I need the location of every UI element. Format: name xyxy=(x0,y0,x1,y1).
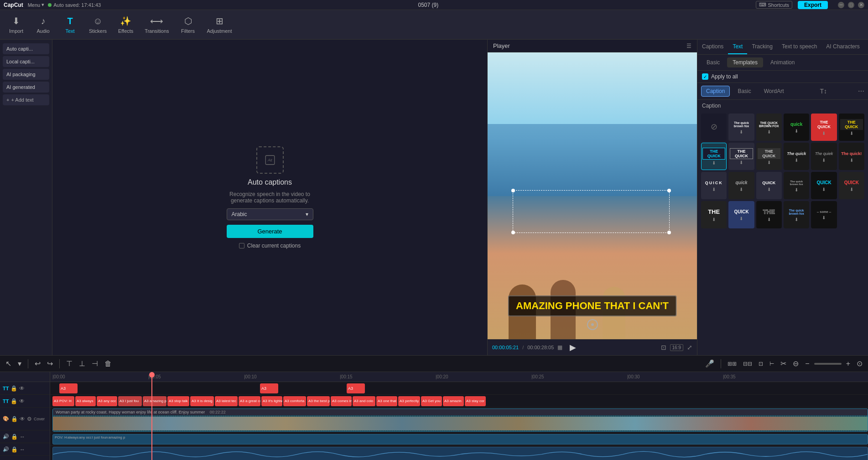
caption-item-7[interactable]: THE QUICK ⬇ xyxy=(728,143,754,170)
text-format-icon[interactable]: T↕ xyxy=(820,88,827,95)
clip-t2-10[interactable]: A3 It's lightw xyxy=(261,396,282,406)
tl-tool-3[interactable]: ⊡ xyxy=(757,360,765,368)
clip-t2-4[interactable]: A3 I just fou xyxy=(118,396,142,406)
caption-item-12[interactable]: QUICK ⬇ xyxy=(701,172,727,199)
clip-t2-19[interactable]: A3 stay cor xyxy=(465,396,486,406)
shortcuts-button[interactable]: ⌨ Shortcuts xyxy=(756,1,792,9)
toolbar-adjustment[interactable]: ⊞ Adjustment xyxy=(203,14,237,36)
caption-item-8[interactable]: THE QUICK ⬇ xyxy=(756,143,782,170)
caption-item-6[interactable]: THE QUICK ⬇ xyxy=(701,143,727,170)
cursor-tool[interactable]: ↖ xyxy=(4,358,13,369)
clear-captions-checkbox[interactable] xyxy=(239,243,244,248)
tab-captions[interactable]: Captions xyxy=(697,40,728,54)
zoom-slider[interactable] xyxy=(814,363,842,365)
clip-t2-3[interactable]: A3 any occ xyxy=(97,396,117,406)
expand-icon-4[interactable]: ↔ xyxy=(20,434,25,440)
caption-item-5[interactable]: THE QUICK ⬇ xyxy=(839,114,864,141)
subtab-basic[interactable]: Basic xyxy=(701,57,725,67)
caption-item-13[interactable]: quick ⬇ xyxy=(728,172,754,199)
timeline-ruler[interactable]: |00:00 |00:05 |00:10 |00:15 |00:20 |00:2… xyxy=(50,372,868,382)
tl-tool-2[interactable]: ⊟⊟ xyxy=(741,360,754,368)
delete-tool[interactable]: 🗑 xyxy=(103,359,114,369)
undo-button[interactable]: ↩ xyxy=(33,358,42,369)
zoom-plus[interactable]: + xyxy=(844,359,852,369)
caption-item-9[interactable]: The quick ⬇ xyxy=(784,143,809,170)
lock-icon-3[interactable]: 🔒 xyxy=(11,416,18,422)
split-top[interactable]: ⊤ xyxy=(64,358,74,369)
lock-icon-2[interactable]: 🔒 xyxy=(10,398,17,404)
expand-icon-5[interactable]: ↔ xyxy=(20,446,25,453)
lock-icon-1[interactable]: 🔒 xyxy=(10,385,17,392)
clip-t1-2[interactable]: A3 xyxy=(260,383,278,393)
tl-tool-5[interactable]: ✂ xyxy=(779,358,788,369)
caption-item-3[interactable]: quick ⬇ xyxy=(784,114,809,141)
handle-tl[interactable] xyxy=(511,189,515,192)
split-mid[interactable]: ⊥ xyxy=(77,358,87,369)
clip-t2-8[interactable]: A3 latest tec xyxy=(215,396,238,406)
caption-item-10[interactable]: The quiek ⬇ xyxy=(811,143,837,170)
tl-tool-6[interactable]: ⊖ xyxy=(791,358,800,369)
ai-generated-button[interactable]: AI generated xyxy=(3,82,49,93)
subtab-templates[interactable]: Templates xyxy=(727,57,763,67)
play-button[interactable]: ▶ xyxy=(570,342,576,352)
redo-button[interactable]: ↪ xyxy=(45,358,55,369)
clip-t2-14[interactable]: A3 and colo xyxy=(353,396,375,406)
tab-text[interactable]: Text xyxy=(728,40,747,54)
clip-t2-1[interactable]: A3 POV: H xyxy=(52,396,74,406)
caption-selection-box[interactable] xyxy=(513,190,670,233)
clip-t2-6[interactable]: A3 stop talk xyxy=(167,396,189,406)
caption-item-19[interactable]: QUICK ⬇ xyxy=(728,201,754,228)
aspect-ratio-badge[interactable]: 16:9 xyxy=(670,344,683,351)
toolbar-import[interactable]: ⬇ Import xyxy=(4,14,29,36)
tl-tool-4[interactable]: ⊢ xyxy=(768,360,776,368)
toolbar-audio[interactable]: ♪ Audio xyxy=(31,14,56,36)
lock-icon-5[interactable]: 🔒 xyxy=(11,446,18,453)
toolbar-filters[interactable]: ⬡ Filters xyxy=(176,14,201,36)
clip-t2-5[interactable]: A3 amazing p xyxy=(143,396,166,406)
subtab-animation[interactable]: Animation xyxy=(765,57,800,67)
caption-item-15[interactable]: The quick brown fox ⬇ xyxy=(784,172,809,199)
lock-icon-4[interactable]: 🔒 xyxy=(11,434,18,440)
audio-clip-2[interactable] xyxy=(52,447,868,460)
add-text-button[interactable]: + + Add text xyxy=(3,94,49,105)
position-anchor[interactable] xyxy=(587,319,598,330)
zoom-minus[interactable]: − xyxy=(803,359,811,369)
clip-t2-7[interactable]: A3 It is desig xyxy=(190,396,214,406)
settings-icon-3[interactable]: ⚙ xyxy=(27,416,32,422)
fullscreen-icon[interactable]: ⤢ xyxy=(687,344,692,351)
caption-item-21[interactable]: The quick brown fox ⬇ xyxy=(784,201,809,228)
more-options-icon[interactable]: ⋯ xyxy=(858,88,864,95)
clip-t2-17[interactable]: A3 Get you xyxy=(421,396,442,406)
caption-item-18[interactable]: THE ⬇ xyxy=(701,201,727,228)
style-wordart[interactable]: WordArt xyxy=(759,86,789,97)
clip-t2-13[interactable]: A3 comes in xyxy=(331,396,352,406)
player-menu-icon[interactable]: ☰ xyxy=(686,43,691,49)
caption-item-2[interactable]: THE QUICKBROWN FOX ⬇ xyxy=(756,114,782,141)
style-caption[interactable]: Caption xyxy=(701,86,730,97)
caption-item-4[interactable]: THE QUICK ⬇ xyxy=(811,114,837,141)
apply-all-checkbox[interactable] xyxy=(702,73,708,80)
local-caption-button[interactable]: Local capti... xyxy=(3,56,49,67)
clip-t2-16[interactable]: A3 perfectly xyxy=(398,396,420,406)
clip-t2-15[interactable]: A3 one that xyxy=(376,396,397,406)
caption-item-11[interactable]: The quick! ⬇ xyxy=(839,143,864,170)
eye-icon-3[interactable]: 👁 xyxy=(20,416,25,422)
tab-tts[interactable]: Text to speech xyxy=(777,40,821,54)
toolbar-effects[interactable]: ✨ Effects xyxy=(113,14,138,36)
toolbar-transitions[interactable]: ⟷ Transitions xyxy=(140,14,173,36)
maximize-button[interactable]: □ xyxy=(848,2,854,8)
caption-item-1[interactable]: The quick brown fox ⬇ xyxy=(728,114,754,141)
toolbar-stickers[interactable]: ☺ Stickers xyxy=(84,14,111,36)
language-dropdown[interactable]: Arabic ▾ xyxy=(227,208,313,220)
export-button[interactable]: Export xyxy=(798,1,828,9)
clip-t1-3[interactable]: A3 xyxy=(347,383,365,393)
caption-item-17[interactable]: QUICK ⬇ xyxy=(839,172,864,199)
video-clip[interactable]: Woman party at rocky coast. Happy woman … xyxy=(52,408,868,432)
toolbar-text[interactable]: T Text xyxy=(57,14,83,36)
screenshot-icon[interactable]: ⊡ xyxy=(661,344,666,351)
handle-bl[interactable] xyxy=(511,231,515,234)
handle-br[interactable] xyxy=(667,231,671,234)
close-button[interactable]: ✕ xyxy=(858,2,864,8)
select-dropdown[interactable]: ▾ xyxy=(16,358,23,369)
clip-t2-2[interactable]: A3 always xyxy=(75,396,96,406)
